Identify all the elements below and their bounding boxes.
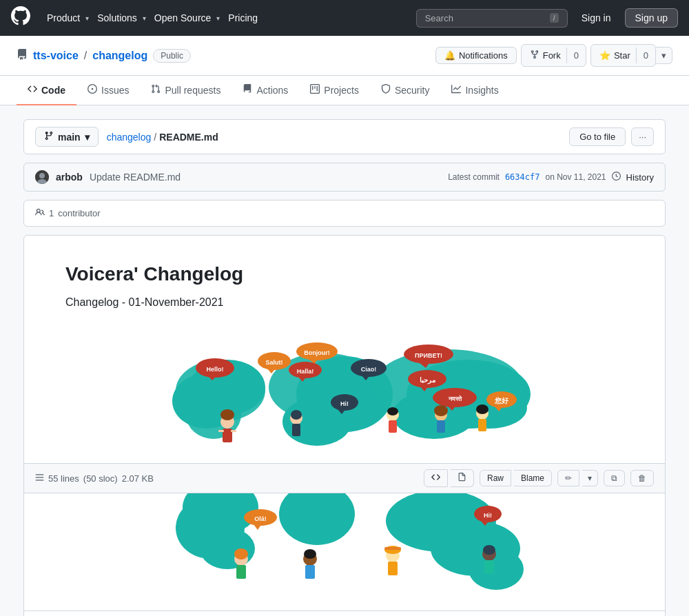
svg-point-58 <box>434 405 448 416</box>
svg-rect-54 <box>389 420 397 433</box>
svg-text:مرحبا: مرحبا <box>420 376 435 384</box>
notifications-button[interactable]: 🔔 Notifications <box>435 47 517 64</box>
nav-solutions-chevron: ▾ <box>143 14 146 22</box>
svg-rect-47 <box>231 430 236 432</box>
svg-point-80 <box>304 549 316 559</box>
issues-icon <box>88 84 97 96</box>
repo-header: tts-voice / changelog Public 🔔 Notificat… <box>0 36 689 76</box>
commit-author[interactable]: arbob <box>56 172 83 183</box>
tab-code-label: Code <box>41 85 65 96</box>
nav-product-chevron: ▾ <box>85 14 89 22</box>
fork-label: Fork <box>543 50 561 61</box>
tab-actions[interactable]: Actions <box>232 76 299 105</box>
svg-rect-60 <box>478 419 486 431</box>
svg-text:您好: 您好 <box>494 397 509 404</box>
goto-file-button[interactable]: Go to file <box>569 127 626 146</box>
lines-icon <box>35 473 44 484</box>
edit-dropdown-button[interactable]: ▾ <box>582 470 598 486</box>
notifications-label: Notifications <box>459 50 508 61</box>
commit-hash[interactable]: 6634cf7 <box>505 172 540 182</box>
repo-name[interactable]: changelog <box>92 50 147 62</box>
readme-preview: Voicera' Changelog Changelog - 01-Novemb… <box>24 236 665 463</box>
main-content: main ▾ changelog / README.md Go to file … <box>7 105 682 616</box>
branch-select[interactable]: main ▾ <box>35 127 99 147</box>
tab-code[interactable]: Code <box>17 76 76 105</box>
file-size: 2.07 KB <box>122 473 154 484</box>
file-action-buttons: Raw Blame ✏ ▾ ⧉ 🗑 <box>424 469 654 487</box>
nav-pricing[interactable]: Pricing <box>223 8 263 28</box>
svg-text:Salut!: Salut! <box>265 359 282 366</box>
tab-insights[interactable]: Insights <box>440 76 509 105</box>
svg-rect-79 <box>305 565 315 579</box>
history-label: History <box>626 172 654 183</box>
readme-image-continuation: Olá! Hi! <box>24 493 665 611</box>
file-toolbar: 55 lines (50 sloc) 2.07 KB Raw Blame ✏ ▾… <box>24 463 665 493</box>
commit-row: arbob Update README.md Latest commit 663… <box>23 163 666 192</box>
history-link[interactable]: History <box>626 172 654 183</box>
fork-button[interactable]: Fork 0 <box>521 44 586 67</box>
contributors-icon <box>35 207 45 219</box>
copy-button[interactable]: ⧉ <box>604 470 625 486</box>
file-view-button[interactable] <box>451 469 474 487</box>
signin-button[interactable]: Sign in <box>573 9 619 27</box>
svg-rect-46 <box>218 430 224 432</box>
readme-title: Voicera' Changelog <box>65 263 624 285</box>
search-placeholder: Search <box>425 13 453 23</box>
breadcrumb-separator: / <box>154 132 156 143</box>
breadcrumb: changelog / README.md <box>107 132 218 143</box>
github-logo-icon[interactable] <box>11 6 30 30</box>
branch-chevron-icon: ▾ <box>85 132 90 143</box>
latest-commit-label: Latest commit <box>448 172 500 182</box>
svg-text:Hi!: Hi! <box>484 512 492 519</box>
commit-message: Update README.md <box>90 172 181 183</box>
repo-owner[interactable]: tts-voice <box>33 50 79 62</box>
delete-button[interactable]: 🗑 <box>630 470 654 486</box>
svg-text:Bonjour!: Bonjour! <box>304 349 330 356</box>
svg-text:ПРИВЕТ!: ПРИВЕТ! <box>415 352 442 359</box>
raw-button[interactable]: Raw <box>480 470 511 486</box>
nav-solutions[interactable]: Solutions <box>92 8 143 28</box>
tab-issues[interactable]: Issues <box>76 76 140 105</box>
svg-rect-76 <box>236 565 246 579</box>
tabs-bar: Code Issues Pull requests Actions Projec… <box>0 76 689 105</box>
star-icon: ⭐ <box>599 50 610 61</box>
repo-visibility-badge: Public <box>153 49 191 63</box>
search-box[interactable]: Search / <box>416 9 568 28</box>
breadcrumb-root[interactable]: changelog <box>107 132 152 143</box>
blame-button[interactable]: Blame <box>514 470 552 486</box>
star-dropdown-button[interactable]: ▾ <box>656 47 672 64</box>
author-avatar[interactable] <box>35 170 49 184</box>
tab-projects-label: Projects <box>324 85 359 96</box>
branch-bar: main ▾ changelog / README.md Go to file … <box>23 119 666 154</box>
search-slash-icon: / <box>550 13 559 23</box>
tab-projects[interactable]: Projects <box>299 76 370 105</box>
tab-pullrequests[interactable]: Pull requests <box>140 76 232 105</box>
svg-point-77 <box>234 548 248 559</box>
tab-security[interactable]: Security <box>370 76 441 105</box>
nav-product[interactable]: Product <box>41 8 85 28</box>
repo-actions: 🔔 Notifications Fork 0 ⭐ Star 0 ▾ <box>435 44 672 67</box>
star-button[interactable]: ⭐ Star 0 <box>590 44 656 67</box>
svg-point-65 <box>279 493 355 545</box>
commit-date: on Nov 11, 2021 <box>545 172 606 182</box>
svg-point-61 <box>476 404 489 414</box>
nav-opensource[interactable]: Open Source <box>149 8 217 28</box>
svg-text:Halla!: Halla! <box>297 368 314 375</box>
edit-button[interactable]: ✏ <box>557 470 579 486</box>
commit-left: arbob Update README.md <box>35 170 181 184</box>
repo-slash: / <box>84 50 87 62</box>
code-view-button[interactable] <box>424 469 448 487</box>
tab-pullrequests-label: Pull requests <box>165 85 220 96</box>
security-icon <box>381 84 391 96</box>
tab-issues-label: Issues <box>101 85 129 96</box>
more-options-button[interactable]: ··· <box>631 127 654 146</box>
signup-button[interactable]: Sign up <box>625 8 678 28</box>
readme-subtitle: Changelog - 01-November-2021 <box>65 296 624 309</box>
contributor-count: 1 <box>49 208 54 218</box>
readme-container: Voicera' Changelog Changelog - 01-Novemb… <box>23 235 666 616</box>
readme-content-section: 300+ languages and dialects + Indian (Re… <box>24 611 665 616</box>
svg-rect-45 <box>223 429 232 442</box>
tab-security-label: Security <box>395 85 430 96</box>
branch-name: main <box>58 132 81 143</box>
file-actions: Go to file ··· <box>569 127 654 146</box>
